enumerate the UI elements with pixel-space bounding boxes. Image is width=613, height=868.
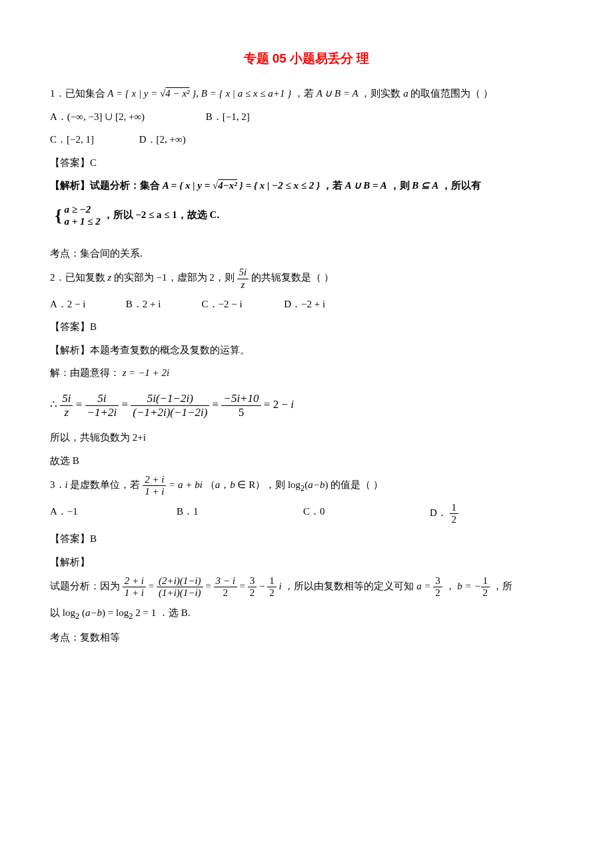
q3-eq-m1-num: (2+i)(1−i) xyxy=(157,575,203,587)
q1-brace-stack: a ≥ −2 a + 1 ≤ 2 xyxy=(65,203,101,227)
q3-line2-post: ．选 B. xyxy=(159,607,191,618)
q3-line1-pre: 试题分析：因为 xyxy=(50,581,123,591)
q2-stem-pre: 2．已知复数 z 的实部为 −1，虚部为 2，则 xyxy=(50,273,237,283)
q3-optB: B．1 xyxy=(177,502,303,526)
q1-analysis-label: 【解析】试题分析：集合 xyxy=(50,180,163,191)
q2-stem: 2．已知复数 z 的实部为 −1，虚部为 2，则 5i z 的共轭复数是（ ） xyxy=(50,267,563,291)
q2-optD: D．−2 + i xyxy=(284,299,325,309)
q2-frac-num: 5i xyxy=(237,267,249,279)
q2-step1: 解：由题意得： z = −1 + 2i xyxy=(50,363,563,383)
q3-kaodian: 考点：复数相等 xyxy=(50,628,563,647)
q1-analysis-set: A = { x | y = √4−x² } = { x | −2 ≤ x ≤ 2… xyxy=(163,180,320,191)
q1-optD: D．[2, +∞) xyxy=(139,134,186,145)
q3-stem: 3．i 是虚数单位，若 2 + i 1 + i = a + bi （a，b ∈ … xyxy=(50,474,563,498)
q3-line1-post: ，所 xyxy=(492,581,512,591)
q3-options: A．−1 B．1 C．0 D． 1 2 xyxy=(50,502,563,526)
q3-eq-lhs-den: 1 + i xyxy=(123,587,146,599)
q3-optD-den: 2 xyxy=(450,514,459,525)
q2-step1-math: z = −1 + 2i xyxy=(123,367,169,378)
q1-analysis-post: ，所以有 xyxy=(441,180,481,191)
q1-analysis-mid2: ，则 xyxy=(390,180,412,191)
q1-options-row2: C．[−2, 1] D．[2, +∞) xyxy=(50,130,563,149)
q2-frac: 5i z xyxy=(237,267,249,291)
q1-stem-pre: 1．已知集合 xyxy=(50,88,107,99)
q1-union: A ∪ B = A xyxy=(316,88,358,99)
q3-stem-pre: 3．i 是虚数单位，若 xyxy=(50,479,143,490)
q3-frac: 2 + i 1 + i xyxy=(143,474,166,498)
q3-line1-mid: ，所以由复数相等的定义可知 xyxy=(284,581,416,591)
q2-options: A．2 − i B．2 + i C．−2 − i D．−2 + i xyxy=(50,295,563,314)
q1-brace-bot: a + 1 ≤ 2 xyxy=(65,216,101,227)
q3-eq-m1-den: (1+i)(1−i) xyxy=(157,587,203,599)
q1-kaodian: 考点：集合间的关系. xyxy=(50,244,563,263)
q1-brace-post: ，所以 −2 ≤ a ≤ 1，故选 C. xyxy=(103,209,220,220)
q3-answer: 【答案】B xyxy=(50,529,563,549)
q3-optD: D． 1 2 xyxy=(430,502,556,526)
q2-step1-pre: 解：由题意得： xyxy=(50,367,120,378)
q1-analysis-union: A ∪ B = A xyxy=(345,180,387,191)
q2-conjugate: 所以，共轭负数为 2+i xyxy=(50,428,563,447)
q3-line1-a: a = xyxy=(416,581,433,591)
q3-line1: 试题分析：因为 2 + i1 + i = (2+i)(1−i)(1+i)(1−i… xyxy=(50,575,563,599)
q1-options-row1: A．(−∞, −3] ∪ [2, +∞) B．[−1, 2] xyxy=(50,107,563,127)
doc-title: 专题 05 小题易丢分 理 xyxy=(50,47,563,71)
q3-stem-mid2: （a，b ∈ R），则 log2(a−b) 的值是（ ） xyxy=(205,479,383,490)
q3-analysis-label: 【解析】 xyxy=(50,553,563,572)
q3-optA: A．−1 xyxy=(50,502,177,526)
q3-line2-math: log2 (a−b) = log2 2 = 1 xyxy=(63,607,156,618)
q3-stem-mid1: = a + bi xyxy=(169,479,203,490)
q3-optC: C．0 xyxy=(303,502,430,526)
q3-frac-num: 2 + i xyxy=(143,474,166,486)
q1-answer: 【答案】C xyxy=(50,153,563,173)
q2-analysis: 【解析】本题考查复数的概念及复数的运算。 xyxy=(50,341,563,360)
q3-optD-pre: D． xyxy=(430,507,447,518)
q3-eq-lhs-num: 2 + i xyxy=(123,575,146,587)
q3-line2: 以 log2 (a−b) = log2 2 = 1 ．选 B. xyxy=(50,603,563,625)
q1-stem-post: ，则实数 a 的取值范围为（ ） xyxy=(360,88,493,99)
q2-optA: A．2 − i xyxy=(50,295,123,314)
q1-stem: 1．已知集合 A = { x | y = √4 − x² }, B = { x … xyxy=(50,84,563,103)
q1-optC: C．[−2, 1] xyxy=(50,130,137,149)
q1-optA: A．(−∞, −3] ∪ [2, +∞) xyxy=(50,107,203,127)
q1-stem-mid: ，若 xyxy=(294,88,316,99)
q2-answer: 【答案】B xyxy=(50,317,563,337)
q2-optC: C．−2 − i xyxy=(202,295,282,314)
q1-analysis-subset: B ⊆ A xyxy=(412,180,438,191)
q3-line1-b: b = − xyxy=(457,581,480,591)
q1-optB: B．[−1, 2] xyxy=(206,111,250,122)
q2-equation: ∴ 5iz = 5i−1+2i = 5i(−1−2i)(−1+2i)(−1−2i… xyxy=(50,392,563,419)
q3-frac-den: 1 + i xyxy=(143,486,166,497)
q3-optD-num: 1 xyxy=(450,502,459,514)
q1-brace-top: a ≥ −2 xyxy=(65,204,91,215)
q1-analysis: 【解析】试题分析：集合 A = { x | y = √4−x² } = { x … xyxy=(50,176,563,195)
q1-set-def: A = { x | y = √4 − x² }, B = { x | a ≤ x… xyxy=(107,88,291,99)
q2-optB: B．2 + i xyxy=(126,295,199,314)
q2-choose: 故选 B xyxy=(50,451,563,471)
q1-brace-line: { a ≥ −2 a + 1 ≤ 2 ，所以 −2 ≤ a ≤ 1，故选 C. xyxy=(50,199,563,232)
q3-eq-m2-num: 3 − i xyxy=(214,575,237,587)
q3-line2-pre: 以 xyxy=(50,607,63,618)
q3-eq-m2-den: 2 xyxy=(214,587,237,599)
q2-stem-post: 的共轭复数是（ ） xyxy=(251,273,334,283)
q1-analysis-mid: ，若 xyxy=(322,180,345,191)
brace-icon: { xyxy=(55,206,62,225)
q2-frac-den: z xyxy=(237,279,249,291)
